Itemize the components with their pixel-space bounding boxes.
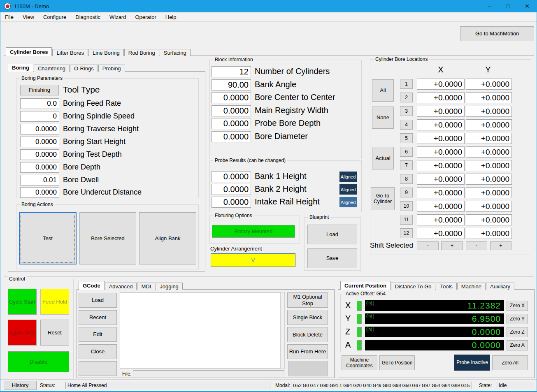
- bore-row-10-button[interactable]: 10: [400, 201, 413, 211]
- bore-undercut-distance-field[interactable]: 0.0000: [20, 187, 59, 198]
- menu-wizard[interactable]: Wizard: [105, 12, 130, 21]
- gcode-close-button[interactable]: Close: [79, 344, 117, 359]
- shift-x-minus-button[interactable]: -: [417, 241, 439, 250]
- blueprint-load-button[interactable]: Load: [307, 225, 357, 244]
- test-button[interactable]: Test: [19, 212, 77, 264]
- intake-aligned-badge[interactable]: Aligned: [339, 197, 357, 207]
- menu-operator[interactable]: Operator: [130, 12, 160, 21]
- boring-feed-rate-field[interactable]: 0.0: [20, 98, 59, 109]
- gcode-edit-button[interactable]: Edit: [79, 327, 117, 342]
- zero-z-button[interactable]: Zero Z: [507, 327, 528, 337]
- bore-row-6-button[interactable]: 6: [400, 147, 413, 157]
- block-delete-button[interactable]: Block Delete: [287, 327, 328, 342]
- m1-optional-stop-button[interactable]: M1 Optional Stop: [287, 292, 328, 308]
- bore-row-9-y[interactable]: +0.0000: [466, 187, 512, 198]
- boring-test-depth-field[interactable]: 0.0000: [20, 149, 59, 160]
- bore-row-4-y[interactable]: +0.0000: [466, 119, 512, 130]
- bank-angle-field[interactable]: 90.00: [212, 79, 251, 90]
- cycle-start-button[interactable]: Cycle Start: [8, 289, 37, 315]
- tab-mdi[interactable]: MDI: [137, 283, 155, 290]
- bore-row-6-y[interactable]: +0.0000: [466, 146, 512, 158]
- tab-lifter-bores[interactable]: Lifter Bores: [52, 49, 88, 56]
- shift-y-minus-button[interactable]: -: [466, 241, 487, 250]
- tab-orings[interactable]: O-Rings: [70, 65, 98, 72]
- bore-row-3-y[interactable]: +0.0000: [466, 106, 512, 117]
- boring-spindle-speed-field[interactable]: 0: [20, 111, 59, 122]
- gcode-blank-button[interactable]: [288, 361, 328, 376]
- tab-rod-boring[interactable]: Rod Boring: [124, 49, 159, 56]
- bore-center-to-center-field[interactable]: 0.0000: [212, 92, 251, 103]
- bore-row-11-button[interactable]: 11: [400, 215, 413, 225]
- main-registry-width-field[interactable]: 0.0000: [212, 105, 251, 116]
- shift-y-plus-button[interactable]: +: [490, 241, 511, 250]
- reset-button[interactable]: Reset: [40, 320, 69, 346]
- menu-file[interactable]: File: [0, 12, 18, 21]
- run-from-here-button[interactable]: Run From Here: [287, 344, 328, 359]
- bore-row-12-y[interactable]: +0.0000: [466, 228, 512, 239]
- bore-row-1-x[interactable]: +0.0000: [417, 79, 465, 90]
- bore-row-4-button[interactable]: 4: [400, 120, 413, 130]
- zero-a-button[interactable]: Zero A: [507, 340, 528, 350]
- zero-all-button[interactable]: Zero All: [492, 355, 528, 370]
- tab-boring[interactable]: Boring: [8, 63, 33, 72]
- probe-status-button[interactable]: Probe Inactive: [454, 355, 490, 371]
- zero-x-button[interactable]: Zero X: [507, 301, 528, 311]
- tab-cylinder-bores[interactable]: Cylinder Bores: [6, 47, 52, 56]
- bore-row-9-button[interactable]: 9: [400, 188, 413, 197]
- machine-coordinates-button[interactable]: Machine Coordinates: [342, 355, 377, 370]
- tab-line-boring[interactable]: Line Boring: [88, 49, 124, 56]
- bore-depth-field[interactable]: 0.0000: [20, 162, 59, 173]
- bore-row-12-x[interactable]: +0.0000: [417, 228, 465, 239]
- bore-row-7-y[interactable]: +0.0000: [466, 160, 512, 171]
- boring-traverse-height-field[interactable]: 0.0000: [20, 124, 59, 135]
- tool-type-button[interactable]: Finishing: [20, 85, 59, 95]
- shift-x-plus-button[interactable]: +: [441, 241, 463, 250]
- bore-selected-button[interactable]: Bore Selected: [79, 212, 136, 264]
- bore-row-1-y[interactable]: +0.0000: [466, 79, 512, 90]
- bank2-aligned-badge[interactable]: Aligned: [339, 184, 357, 195]
- feed-hold-button[interactable]: Feed Hold: [40, 289, 69, 315]
- tab-distance-to-go[interactable]: Distance To Go: [391, 283, 436, 290]
- tab-gcode[interactable]: GCode: [79, 281, 105, 290]
- bore-row-5-y[interactable]: +0.0000: [466, 133, 512, 144]
- gcode-recent-button[interactable]: Recent: [79, 310, 117, 325]
- menu-view[interactable]: View: [18, 12, 39, 21]
- single-block-button[interactable]: Single Block: [287, 310, 328, 325]
- bore-row-5-x[interactable]: +0.0000: [417, 133, 465, 144]
- tab-machine[interactable]: Machine: [457, 283, 486, 290]
- gcode-extra-button[interactable]: [79, 361, 117, 376]
- bank1-height-field[interactable]: 0.0000: [212, 171, 251, 182]
- bore-row-6-x[interactable]: +0.0000: [417, 146, 465, 158]
- bore-row-3-button[interactable]: 3: [400, 106, 413, 116]
- tab-jogging[interactable]: Jogging: [156, 283, 183, 290]
- bore-row-1-button[interactable]: 1: [400, 79, 413, 89]
- tab-advanced[interactable]: Advanced: [105, 283, 137, 290]
- intake-rail-height-field[interactable]: 0.0000: [212, 197, 251, 208]
- tab-probing[interactable]: Probing: [98, 65, 125, 72]
- bore-row-8-x[interactable]: +0.0000: [417, 174, 465, 185]
- gcode-load-button[interactable]: Load: [79, 293, 117, 308]
- maximize-icon[interactable]: □: [499, 0, 518, 12]
- bore-row-10-x[interactable]: +0.0000: [417, 201, 465, 212]
- gcode-scrollbar[interactable]: [280, 292, 285, 369]
- boring-start-height-field[interactable]: 0.0000: [20, 137, 59, 147]
- bore-select-none-button[interactable]: None: [372, 107, 394, 129]
- minimize-icon[interactable]: –: [480, 0, 499, 12]
- bore-row-12-button[interactable]: 12: [400, 228, 413, 238]
- menu-configure[interactable]: Configure: [39, 12, 71, 21]
- tab-surfacing[interactable]: Surfacing: [160, 49, 191, 56]
- number-of-cylinders-field[interactable]: 12: [212, 66, 251, 77]
- tab-auxiliary[interactable]: Auxiliary: [486, 283, 514, 290]
- menu-diagnostic[interactable]: Diagnostic: [71, 12, 105, 21]
- tab-tools[interactable]: Tools: [436, 283, 456, 290]
- bore-row-8-button[interactable]: 8: [400, 174, 413, 184]
- blueprint-save-button[interactable]: Save: [307, 248, 357, 268]
- bore-row-11-y[interactable]: +0.0000: [466, 214, 512, 225]
- zero-y-button[interactable]: Zero Y: [507, 314, 528, 324]
- history-button[interactable]: History: [4, 381, 37, 390]
- bore-row-2-button[interactable]: 2: [400, 93, 413, 102]
- bore-row-7-x[interactable]: +0.0000: [417, 160, 465, 171]
- bore-row-2-y[interactable]: +0.0000: [466, 92, 512, 103]
- cylinder-arrangement-button[interactable]: V: [211, 253, 295, 267]
- probe-bore-depth-field[interactable]: 0.0000: [212, 118, 251, 129]
